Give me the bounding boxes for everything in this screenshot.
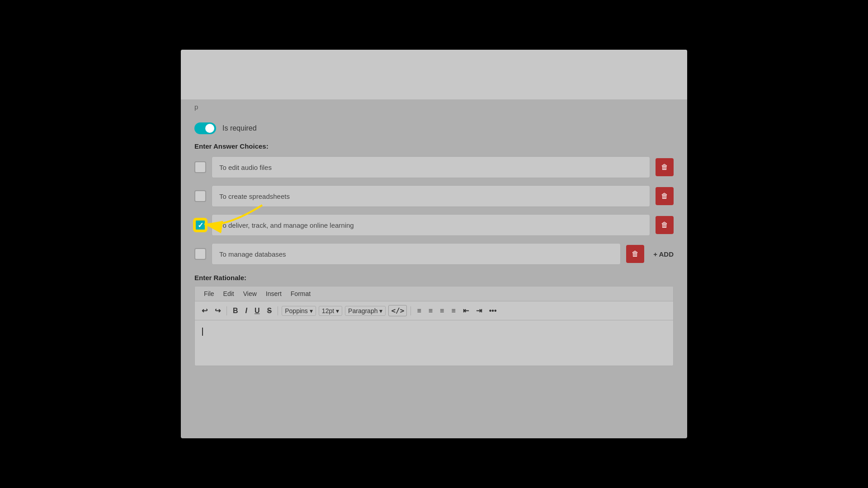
is-required-toggle[interactable]: [194, 122, 216, 134]
more-options-button[interactable]: •••: [487, 306, 499, 316]
align-justify-button[interactable]: ≡: [449, 306, 458, 316]
menu-format[interactable]: Format: [286, 289, 315, 298]
answer-row-3: ✓ 🗑: [194, 214, 674, 236]
menu-insert[interactable]: Insert: [261, 289, 286, 298]
answer-input-3[interactable]: [212, 214, 650, 236]
is-required-label: Is required: [222, 124, 257, 132]
editor-content[interactable]: [195, 320, 673, 366]
menu-edit[interactable]: Edit: [219, 289, 239, 298]
font-name: Poppins: [285, 307, 308, 314]
checkmark-icon: ✓: [198, 221, 203, 230]
text-cursor: [202, 328, 203, 336]
strikethrough-button[interactable]: S: [265, 306, 274, 316]
answer-row-4: 🗑 + ADD: [194, 243, 674, 265]
delete-btn-4[interactable]: 🗑: [626, 245, 644, 263]
rationale-section: Enter Rationale: File Edit View Insert F…: [181, 265, 687, 366]
align-left-button[interactable]: ≡: [415, 306, 423, 316]
delete-btn-3[interactable]: 🗑: [656, 216, 674, 234]
italic-button[interactable]: I: [243, 306, 250, 316]
redo-button[interactable]: ↪: [212, 305, 223, 316]
p-label: p: [181, 99, 687, 114]
answer-input-1[interactable]: [212, 156, 650, 178]
align-right-button[interactable]: ≡: [438, 306, 446, 316]
bold-button[interactable]: B: [231, 306, 241, 316]
paragraph-dropdown-icon: ▾: [379, 307, 382, 314]
toolbar-separator-2: [278, 306, 278, 315]
trash-icon-4: 🗑: [632, 250, 639, 258]
delete-btn-2[interactable]: 🗑: [656, 187, 674, 205]
answer-choices-label: Enter Answer Choices:: [181, 142, 687, 156]
font-size-dropdown-icon: ▾: [336, 307, 339, 314]
answer-row-1: 🗑: [194, 156, 674, 178]
editor-wrapper: File Edit View Insert Format ↩ ↪ B I U S…: [194, 286, 674, 366]
toolbar-separator-3: [410, 306, 411, 315]
editor-toolbar: ↩ ↪ B I U S Poppins ▾ 12pt ▾ Paragraph: [195, 301, 673, 320]
font-size-select[interactable]: 12pt ▾: [319, 306, 342, 316]
answer-input-4[interactable]: [212, 243, 621, 265]
font-size-value: 12pt: [322, 307, 334, 314]
underline-button[interactable]: U: [252, 306, 262, 316]
answer-choices-list: 🗑 🗑 ✓ 🗑: [181, 156, 687, 265]
toggle-knob: [205, 124, 214, 133]
checkbox-3[interactable]: ✓: [194, 219, 206, 231]
paragraph-select[interactable]: Paragraph ▾: [345, 306, 386, 316]
trash-icon-2: 🗑: [661, 192, 668, 200]
font-dropdown-icon: ▾: [310, 307, 313, 314]
indent-decrease-button[interactable]: ⇤: [461, 305, 471, 316]
toolbar-separator-1: [226, 306, 227, 315]
checkbox-1[interactable]: [194, 161, 206, 173]
delete-btn-1[interactable]: 🗑: [656, 158, 674, 176]
paragraph-value: Paragraph: [348, 307, 377, 314]
checkbox-4[interactable]: [194, 248, 206, 260]
answer-input-2[interactable]: [212, 185, 650, 207]
answer-row-2: 🗑: [194, 185, 674, 207]
code-button[interactable]: </>: [388, 305, 407, 316]
trash-icon-3: 🗑: [661, 221, 668, 229]
trash-icon-1: 🗑: [661, 163, 668, 171]
indent-increase-button[interactable]: ⇥: [474, 305, 484, 316]
checkbox-2[interactable]: [194, 190, 206, 202]
is-required-row: Is required: [181, 114, 687, 142]
undo-button[interactable]: ↩: [199, 305, 210, 316]
menu-file[interactable]: File: [199, 289, 219, 298]
font-select[interactable]: Poppins ▾: [282, 306, 316, 316]
rationale-label: Enter Rationale:: [194, 274, 674, 282]
align-center-button[interactable]: ≡: [426, 306, 435, 316]
menu-view[interactable]: View: [239, 289, 261, 298]
add-button[interactable]: + ADD: [653, 250, 674, 258]
editor-menubar: File Edit View Insert Format: [195, 286, 673, 301]
